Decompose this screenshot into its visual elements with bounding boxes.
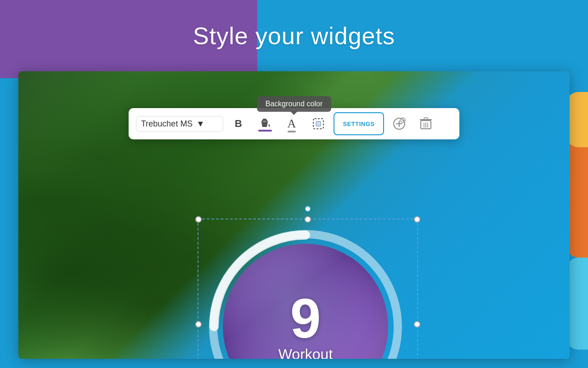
font-name-label: Trebuchet MS [141, 119, 192, 129]
delete-icon [420, 117, 432, 130]
svg-rect-2 [316, 121, 321, 126]
font-dropdown-arrow: ▼ [196, 119, 204, 129]
svg-text:+: + [402, 119, 404, 123]
page-title: Style your widgets [193, 22, 395, 50]
delete-widget-button[interactable] [414, 112, 437, 135]
border-style-button[interactable] [307, 112, 330, 135]
rotate-handle[interactable] [305, 206, 311, 212]
widget-selection-box[interactable] [198, 218, 418, 359]
header: Style your widgets [0, 0, 588, 71]
fill-color-swatch [258, 130, 272, 132]
handle-top-left[interactable] [195, 216, 202, 223]
text-color-button[interactable]: A [280, 112, 303, 135]
bold-button[interactable]: B [227, 112, 250, 135]
text-color-swatch [288, 131, 296, 132]
fill-color-button[interactable] [254, 112, 277, 135]
handle-top-center[interactable] [305, 216, 311, 223]
settings-button[interactable]: SETTINGS [334, 112, 384, 135]
add-widget-button[interactable]: + [388, 112, 411, 135]
fill-color-icon [258, 117, 272, 131]
border-style-icon [312, 118, 324, 130]
font-selector[interactable]: Trebuchet MS ▼ [136, 116, 223, 132]
background-color-tooltip: Background color [257, 96, 331, 112]
handle-middle-left[interactable] [195, 321, 202, 328]
svg-point-0 [263, 121, 266, 122]
text-color-icon: A [288, 117, 296, 130]
add-widget-icon: + [393, 117, 406, 130]
svg-rect-10 [424, 118, 428, 120]
canvas-area: Background color Trebuchet MS ▼ B [18, 71, 570, 359]
handle-top-right[interactable] [414, 216, 420, 223]
handle-middle-right[interactable] [414, 321, 420, 328]
